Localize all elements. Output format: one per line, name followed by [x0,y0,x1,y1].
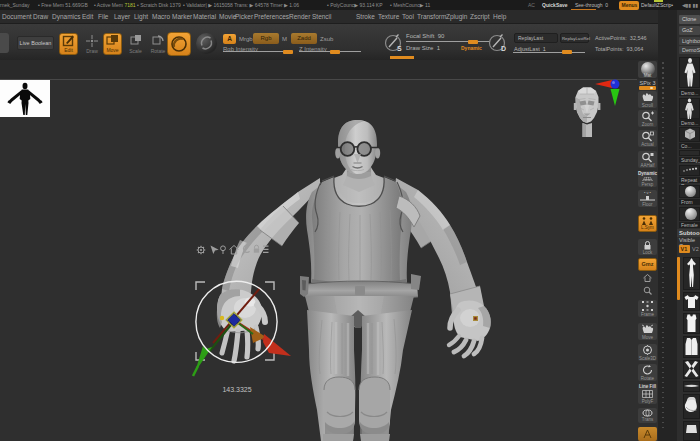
svg-text:S: S [397,45,402,52]
svg-text:Draw: Draw [86,48,98,54]
svg-text:143.3325: 143.3325 [222,386,251,393]
svg-text:Scale: Scale [129,48,142,54]
svg-text:Edit: Edit [64,47,73,53]
svg-text:Move: Move [106,47,118,53]
svg-text:D: D [501,45,506,52]
svg-text:Rotate: Rotate [151,48,166,54]
